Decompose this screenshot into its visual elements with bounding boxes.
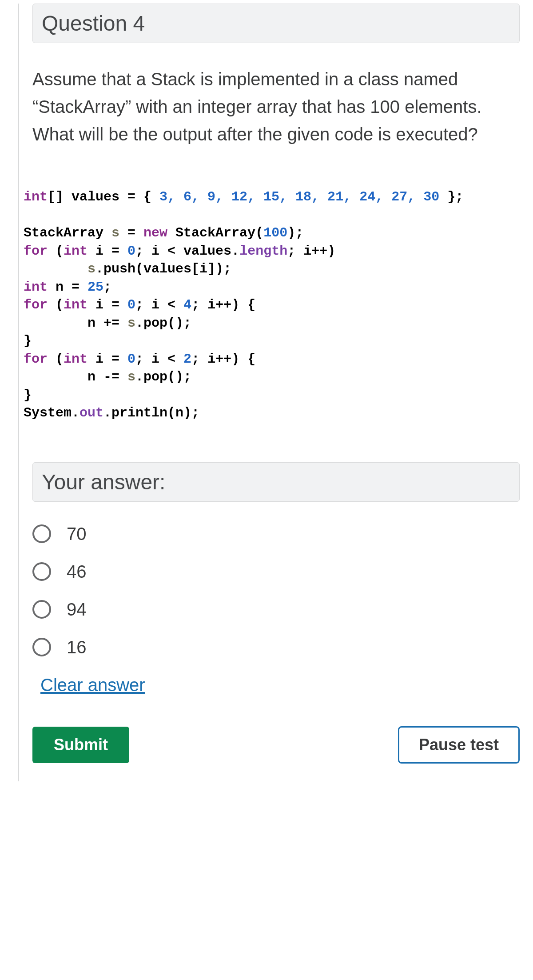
code-token: ( bbox=[48, 297, 64, 312]
code-token: new bbox=[143, 225, 167, 240]
code-token: ; i++) bbox=[287, 244, 335, 259]
pause-test-button[interactable]: Pause test bbox=[398, 726, 520, 764]
answer-option[interactable]: 46 bbox=[32, 562, 520, 582]
code-token: s bbox=[111, 225, 119, 240]
code-token: i = bbox=[88, 352, 127, 367]
option-label: 46 bbox=[67, 562, 87, 582]
code-token: out bbox=[80, 405, 103, 420]
answer-option[interactable]: 94 bbox=[32, 600, 520, 620]
code-token: for bbox=[24, 352, 48, 367]
code-token: i = bbox=[88, 297, 127, 312]
code-token: .pop(); bbox=[135, 369, 191, 384]
code-token: 4 bbox=[183, 297, 191, 312]
code-token: for bbox=[24, 297, 48, 312]
code-token: } bbox=[24, 388, 32, 403]
code-token: s bbox=[127, 369, 135, 384]
code-token: n = bbox=[48, 280, 88, 295]
code-token: 0 bbox=[127, 297, 135, 312]
code-token: ; i++) { bbox=[191, 352, 255, 367]
code-block: int[] values = { 3, 6, 9, 12, 15, 18, 21… bbox=[24, 188, 520, 422]
code-token bbox=[24, 261, 88, 276]
code-token: s bbox=[88, 261, 95, 276]
button-row: Submit Pause test bbox=[32, 726, 520, 764]
code-token: 25 bbox=[88, 280, 103, 295]
code-token: for bbox=[24, 244, 48, 259]
code-token: ; i < bbox=[135, 297, 183, 312]
code-token: length bbox=[239, 244, 287, 259]
submit-button[interactable]: Submit bbox=[32, 727, 129, 763]
option-label: 70 bbox=[67, 524, 87, 544]
code-token: StackArray( bbox=[167, 225, 263, 240]
code-token: .push(values[i]); bbox=[95, 261, 231, 276]
option-label: 94 bbox=[67, 600, 87, 620]
code-token: ; bbox=[103, 280, 111, 295]
code-token: 100 bbox=[263, 225, 287, 240]
code-token: ( bbox=[48, 244, 64, 259]
code-token: 0 bbox=[127, 244, 135, 259]
code-token: i = bbox=[88, 244, 127, 259]
code-token: s bbox=[127, 316, 135, 331]
radio-icon[interactable] bbox=[32, 524, 51, 543]
code-token: ); bbox=[287, 225, 303, 240]
radio-icon[interactable] bbox=[32, 600, 51, 619]
code-token: = bbox=[119, 225, 143, 240]
code-token: int bbox=[64, 297, 88, 312]
code-token: ( bbox=[48, 352, 64, 367]
answer-header: Your answer: bbox=[32, 462, 520, 502]
code-token: n += bbox=[24, 316, 127, 331]
question-body: Assume that a Stack is implemented in a … bbox=[32, 65, 520, 148]
code-token: }; bbox=[439, 189, 463, 204]
code-token: 2 bbox=[183, 352, 191, 367]
code-token: 0 bbox=[127, 352, 135, 367]
code-token: int bbox=[24, 189, 48, 204]
code-token: int bbox=[64, 244, 88, 259]
question-title: Question 4 bbox=[42, 11, 510, 36]
code-token: 3, 6, 9, 12, 15, 18, 21, 24, 27, 30 bbox=[159, 189, 439, 204]
code-token: int bbox=[64, 352, 88, 367]
answer-options: 70 46 94 16 Clear answer bbox=[32, 524, 520, 695]
code-token: } bbox=[24, 333, 32, 348]
code-token: .pop(); bbox=[135, 316, 191, 331]
code-token: int bbox=[24, 280, 48, 295]
code-token: [] values = { bbox=[48, 189, 159, 204]
answer-option[interactable]: 70 bbox=[32, 524, 520, 544]
question-container: Question 4 Assume that a Stack is implem… bbox=[18, 4, 533, 781]
code-token: System. bbox=[24, 405, 80, 420]
radio-icon[interactable] bbox=[32, 562, 51, 581]
question-header: Question 4 bbox=[32, 4, 520, 43]
question-prompt: Assume that a Stack is implemented in a … bbox=[32, 65, 520, 148]
answer-title: Your answer: bbox=[42, 470, 510, 494]
code-token: StackArray bbox=[24, 225, 111, 240]
radio-icon[interactable] bbox=[32, 638, 51, 656]
code-token: ; i < values. bbox=[135, 244, 239, 259]
code-token: ; i < bbox=[135, 352, 183, 367]
code-token: ; i++) { bbox=[191, 297, 255, 312]
option-label: 16 bbox=[67, 637, 87, 657]
answer-option[interactable]: 16 bbox=[32, 637, 520, 657]
code-token: .println(n); bbox=[103, 405, 199, 420]
clear-answer-link[interactable]: Clear answer bbox=[40, 675, 145, 695]
code-token: n -= bbox=[24, 369, 127, 384]
